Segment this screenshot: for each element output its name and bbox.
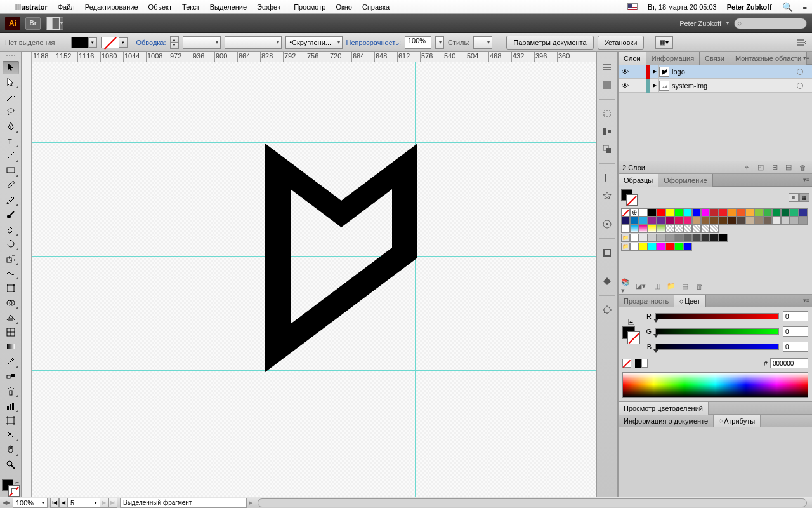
mesh-tool[interactable] bbox=[3, 326, 19, 339]
align-to-button[interactable]: ▦▾ bbox=[655, 36, 673, 49]
eraser-tool[interactable] bbox=[3, 222, 19, 236]
swatch[interactable] bbox=[648, 243, 657, 251]
swatch[interactable] bbox=[710, 234, 719, 242]
line-tool[interactable] bbox=[3, 149, 19, 163]
prev-artboard-button[interactable]: ◀ bbox=[59, 498, 68, 508]
paintbrush-tool[interactable] bbox=[3, 178, 19, 192]
layer-visibility-icon[interactable]: 👁 bbox=[619, 79, 632, 93]
toolbox-grip[interactable] bbox=[4, 55, 17, 58]
swatch[interactable] bbox=[674, 217, 683, 225]
artboard-number[interactable]: 5▾ bbox=[68, 498, 100, 508]
swatch[interactable] bbox=[674, 208, 683, 217]
swatch[interactable] bbox=[683, 243, 692, 251]
opacity-dropdown[interactable] bbox=[435, 36, 444, 49]
swatch[interactable] bbox=[648, 234, 657, 242]
swatch[interactable] bbox=[745, 217, 754, 225]
layer-name[interactable]: logo bbox=[669, 68, 793, 76]
layer-target-icon[interactable] bbox=[793, 69, 807, 75]
swatch-options-icon[interactable]: ◫ bbox=[652, 281, 663, 291]
swatch[interactable] bbox=[710, 217, 719, 225]
color-spectrum[interactable] bbox=[622, 372, 808, 398]
separations-panel-collapsed[interactable]: Просмотр цветоделений bbox=[619, 402, 812, 415]
swatch[interactable] bbox=[665, 208, 674, 217]
opacity-input[interactable]: 100% bbox=[405, 36, 431, 49]
swatch[interactable] bbox=[719, 234, 728, 242]
swatch[interactable] bbox=[692, 217, 701, 225]
swatch[interactable] bbox=[781, 217, 790, 225]
menu-app[interactable]: Illustrator bbox=[15, 3, 48, 11]
swatch-list-view-icon[interactable]: ≡ bbox=[789, 193, 799, 202]
menu-text[interactable]: Текст bbox=[182, 3, 200, 11]
panel-icon-pathfinder[interactable] bbox=[599, 142, 615, 157]
swatch[interactable] bbox=[754, 217, 763, 225]
help-search-input[interactable] bbox=[734, 18, 807, 29]
column-graph-tool[interactable] bbox=[3, 399, 19, 412]
width-tool[interactable] bbox=[3, 267, 19, 280]
swatch[interactable] bbox=[683, 208, 692, 217]
swatch[interactable] bbox=[692, 234, 701, 242]
last-artboard-button[interactable]: ▶I bbox=[108, 498, 117, 508]
brush-select[interactable] bbox=[225, 36, 282, 49]
swatch[interactable] bbox=[665, 234, 674, 242]
swatch-fill-stroke[interactable] bbox=[621, 189, 638, 206]
swatch[interactable] bbox=[710, 208, 719, 217]
layer-lock-icon[interactable] bbox=[632, 79, 646, 93]
swatch-grid-view-icon[interactable]: ▦ bbox=[799, 193, 809, 202]
locate-object-icon[interactable]: ⌖ bbox=[741, 163, 752, 173]
r-input[interactable] bbox=[783, 311, 808, 321]
hex-input[interactable] bbox=[770, 358, 808, 368]
swatch[interactable] bbox=[621, 217, 630, 225]
new-swatch-icon[interactable]: ▤ bbox=[679, 281, 691, 291]
g-slider[interactable] bbox=[655, 328, 779, 335]
free-transform-tool[interactable] bbox=[3, 281, 19, 295]
toolbox-stroke-swatch[interactable] bbox=[8, 485, 20, 497]
swatch[interactable] bbox=[648, 217, 657, 225]
panel-icon-stroke[interactable] bbox=[599, 245, 615, 260]
r-slider[interactable] bbox=[655, 313, 779, 319]
tab-color[interactable]: ◇Цвет bbox=[674, 295, 706, 307]
selection-tool[interactable] bbox=[3, 61, 19, 74]
shape-builder-tool[interactable] bbox=[3, 296, 19, 309]
swatch[interactable] bbox=[630, 243, 639, 251]
first-artboard-button[interactable]: I◀ bbox=[50, 498, 59, 508]
swatch[interactable] bbox=[657, 208, 665, 217]
preferences-button[interactable]: Установки bbox=[598, 36, 645, 50]
swatch[interactable] bbox=[790, 217, 799, 225]
delete-swatch-icon[interactable]: 🗑 bbox=[693, 281, 705, 291]
tab-transparency[interactable]: Прозрачность bbox=[619, 295, 674, 307]
swap-fill-stroke-icon[interactable]: ⤺ bbox=[15, 479, 20, 486]
panel-menu-icon[interactable]: ▾≡ bbox=[803, 177, 809, 183]
blend-tool[interactable] bbox=[3, 370, 19, 383]
stroke-link[interactable]: Обводка: bbox=[136, 39, 166, 46]
swatch[interactable] bbox=[657, 234, 665, 242]
panel-icon-color-guide[interactable] bbox=[599, 77, 615, 93]
swatch[interactable] bbox=[772, 208, 781, 217]
swatch[interactable] bbox=[799, 217, 808, 225]
layer-expand-icon[interactable]: ▶ bbox=[650, 65, 659, 79]
tab-info[interactable]: Информация bbox=[646, 52, 700, 65]
spotlight-icon[interactable]: 🔍 bbox=[782, 2, 793, 12]
new-layer-icon[interactable]: ▤ bbox=[783, 163, 794, 173]
next-artboard-button[interactable]: ▶ bbox=[100, 498, 108, 508]
tab-appearance[interactable]: Оформление bbox=[658, 174, 712, 187]
swatch[interactable] bbox=[763, 217, 772, 225]
swatch[interactable] bbox=[737, 208, 745, 217]
g-input[interactable] bbox=[783, 326, 808, 337]
scale-tool[interactable] bbox=[3, 252, 19, 265]
none-color-swatch[interactable] bbox=[622, 359, 631, 368]
b-slider[interactable] bbox=[655, 344, 779, 350]
swatch[interactable] bbox=[674, 243, 683, 251]
artboard[interactable] bbox=[32, 62, 596, 497]
swatch[interactable] bbox=[754, 208, 763, 217]
swatch[interactable] bbox=[665, 217, 674, 225]
new-color-group-icon[interactable]: 📁 bbox=[665, 281, 677, 291]
menu-view[interactable]: Просмотр bbox=[294, 3, 325, 11]
swatch[interactable] bbox=[701, 217, 710, 225]
swatch-kinds-icon[interactable]: ◪▾ bbox=[635, 281, 646, 291]
notifications-icon[interactable]: ≡ bbox=[803, 3, 807, 11]
ruler-horizontal[interactable]: 1188115211161080104410089729369008648287… bbox=[22, 52, 596, 62]
layer-expand-icon[interactable]: ▶ bbox=[650, 79, 659, 93]
control-bar-menu-icon[interactable] bbox=[797, 39, 807, 46]
delete-layer-icon[interactable]: 🗑 bbox=[797, 163, 808, 173]
fill-stroke-indicator[interactable]: ⤺ bbox=[2, 479, 20, 497]
